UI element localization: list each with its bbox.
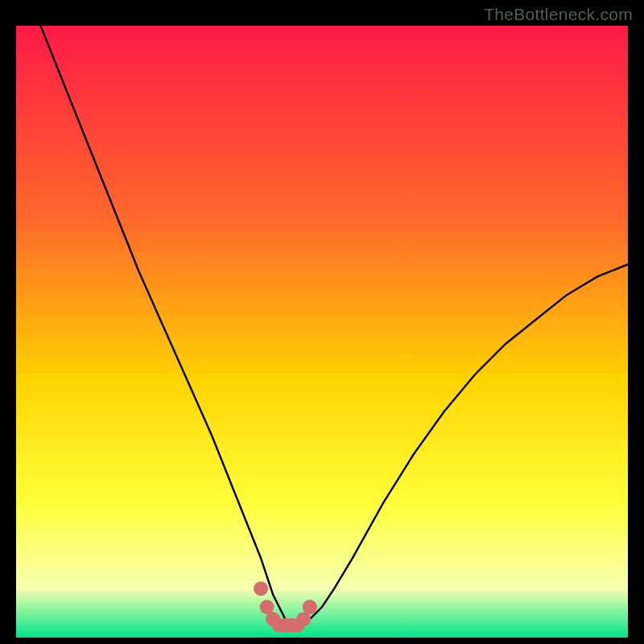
gradient-background [16, 26, 628, 638]
marker-point [254, 581, 268, 596]
bottleneck-chart [16, 26, 628, 638]
watermark-text: TheBottleneck.com [484, 5, 633, 24]
marker-point [303, 600, 317, 614]
chart-frame [16, 26, 628, 638]
